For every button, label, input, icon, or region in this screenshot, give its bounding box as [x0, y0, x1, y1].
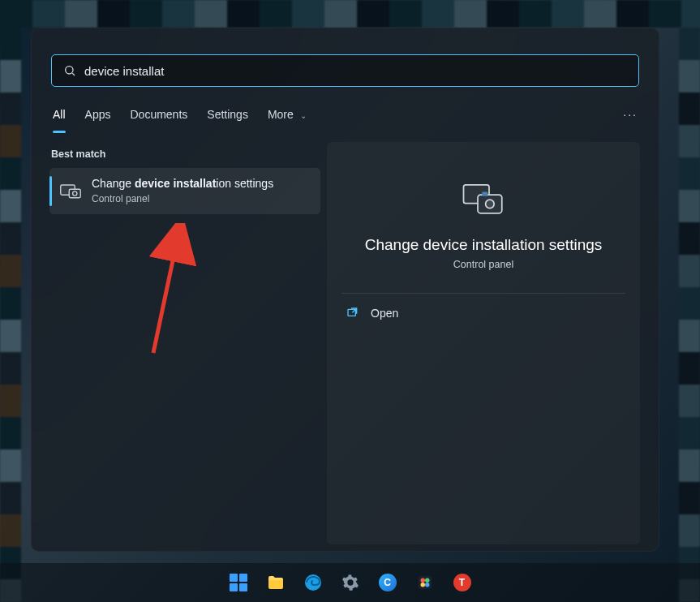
results-list: Change device installation settings Cont…	[49, 168, 320, 214]
svg-point-14	[420, 583, 425, 587]
action-open[interactable]: Open	[341, 299, 625, 328]
svg-rect-8	[482, 192, 487, 196]
taskbar-edge[interactable]	[302, 571, 324, 594]
preview-title: Change device installation settings	[365, 236, 603, 254]
windows-logo-icon	[230, 574, 247, 591]
svg-point-12	[420, 578, 425, 583]
gear-icon	[341, 574, 359, 591]
result-change-device-installation-settings[interactable]: Change device installation settings Cont…	[49, 168, 320, 214]
search-icon	[63, 64, 76, 77]
svg-point-13	[425, 578, 430, 583]
device-settings-large-icon	[461, 179, 506, 221]
taskbar-app-t[interactable]: T	[451, 571, 474, 594]
tab-all[interactable]: All	[53, 108, 66, 121]
folder-icon	[266, 573, 286, 592]
annotation-arrow	[121, 223, 202, 361]
svg-point-0	[66, 67, 73, 74]
taskbar-start-button[interactable]	[227, 571, 250, 594]
svg-line-1	[72, 73, 75, 75]
desktop-wallpaper-right	[679, 28, 700, 602]
open-icon	[346, 307, 359, 320]
taskbar: C T	[0, 563, 700, 602]
svg-point-15	[425, 583, 430, 587]
taskbar-app-colorful[interactable]	[414, 571, 436, 594]
cortana-icon: C	[379, 574, 397, 591]
desktop-wallpaper-top	[0, 0, 700, 28]
tab-apps[interactable]: Apps	[85, 108, 111, 121]
tab-settings[interactable]: Settings	[207, 108, 248, 121]
chevron-down-icon: ⌄	[300, 111, 307, 120]
tab-more-label: More	[268, 108, 294, 121]
taskbar-cortana[interactable]: C	[376, 571, 399, 594]
preview-subtitle: Control panel	[453, 259, 513, 270]
tab-documents[interactable]: Documents	[130, 108, 187, 121]
device-settings-icon	[59, 179, 82, 202]
svg-rect-3	[69, 190, 80, 199]
more-options-button[interactable]: ···	[623, 108, 638, 121]
svg-rect-11	[418, 576, 432, 590]
result-text: Change device installation settings Cont…	[92, 177, 273, 205]
search-input[interactable]	[84, 64, 627, 78]
result-subtitle: Control panel	[92, 193, 273, 205]
section-best-match: Best match	[51, 148, 105, 160]
preview-header: Change device installation settings Cont…	[341, 157, 625, 288]
filter-tabs: All Apps Documents Settings More ⌄ ···	[51, 103, 639, 133]
result-title-match: device installat	[135, 177, 216, 190]
start-search-panel: All Apps Documents Settings More ⌄ ··· B…	[31, 28, 659, 552]
colorful-app-icon	[416, 574, 434, 591]
edge-icon	[303, 573, 323, 592]
search-box[interactable]	[51, 54, 639, 87]
taskbar-settings[interactable]	[339, 571, 362, 594]
result-title-suffix: ion settings	[216, 177, 273, 190]
stop-sign-icon: T	[453, 574, 471, 591]
result-title: Change device installation settings	[92, 177, 273, 191]
divider	[341, 293, 625, 294]
action-open-label: Open	[371, 307, 398, 320]
result-title-prefix: Change	[92, 177, 135, 190]
taskbar-file-explorer[interactable]	[264, 571, 287, 594]
svg-point-7	[486, 200, 495, 209]
result-preview-panel: Change device installation settings Cont…	[327, 142, 640, 544]
desktop-wallpaper-left	[0, 28, 21, 602]
tab-more[interactable]: More ⌄	[268, 108, 307, 121]
